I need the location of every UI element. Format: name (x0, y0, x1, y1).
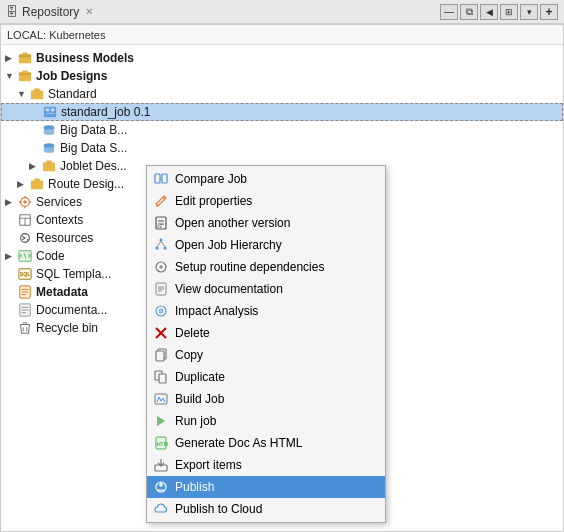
standard-icon (29, 86, 45, 102)
export-items-icon (151, 456, 171, 474)
publish-label: Publish (175, 480, 214, 494)
big-data-s-icon (41, 140, 57, 156)
job-designs-icon (17, 68, 33, 84)
build-job-icon (151, 390, 171, 408)
sql-templa-icon: SQL (17, 266, 33, 282)
open-another-version-icon: v2 (151, 214, 171, 232)
open-job-hierarchy-icon (151, 236, 171, 254)
menu-item-publish-cloud[interactable]: Publish to Cloud (147, 498, 385, 520)
compare-job-icon (151, 170, 171, 188)
setup-routine-icon (151, 258, 171, 276)
copy-label: Copy (175, 348, 203, 362)
menu-item-generate-doc[interactable]: HTML Generate Doc As HTML (147, 432, 385, 454)
impact-analysis-icon (151, 302, 171, 320)
tree-item-big-data-b[interactable]: Big Data B... (1, 121, 563, 139)
menu-item-open-another-version[interactable]: v2 Open another version (147, 212, 385, 234)
svg-rect-6 (31, 91, 43, 100)
menu-item-setup-routine[interactable]: Setup routine dependencies (147, 256, 385, 278)
svg-marker-72 (157, 416, 165, 426)
svg-rect-70 (159, 374, 166, 383)
arrow-job-designs (5, 71, 17, 81)
edit-properties-icon (151, 192, 171, 210)
big-data-b-icon (41, 122, 57, 138)
tree-item-big-data-s[interactable]: Big Data S... (1, 139, 563, 157)
services-icon (17, 194, 33, 210)
arrow-code (5, 251, 17, 261)
svg-rect-71 (155, 394, 167, 404)
big-data-b-label: Big Data B... (60, 123, 127, 137)
delete-icon (151, 324, 171, 342)
open-job-hierarchy-label: Open Job Hierarchy (175, 238, 282, 252)
menu-item-edit-properties[interactable]: Edit properties (147, 190, 385, 212)
copy-icon (151, 346, 171, 364)
svg-point-54 (164, 247, 167, 250)
svg-rect-45 (162, 174, 167, 183)
restore-button[interactable]: ⧉ (460, 4, 478, 20)
view-documentation-label: View documentation (175, 282, 283, 296)
menu-item-duplicate[interactable]: Duplicate (147, 366, 385, 388)
svg-rect-9 (46, 109, 50, 112)
svg-rect-68 (156, 351, 164, 361)
menu-item-compare-job[interactable]: Compare Job (147, 168, 385, 190)
standard-job-icon (42, 104, 58, 120)
resources-label: Resources (36, 231, 93, 245)
delete-label: Delete (175, 326, 210, 340)
publish-cloud-icon (151, 500, 171, 518)
recycle-bin-label: Recycle bin (36, 321, 98, 335)
svg-line-55 (157, 242, 161, 247)
code-icon (17, 248, 33, 264)
grid-button[interactable]: ⊞ (500, 4, 518, 20)
big-data-s-label: Big Data S... (60, 141, 127, 155)
repository-panel: LOCAL: Kubernetes Business Models Job De… (0, 24, 564, 532)
svg-text:HTML: HTML (157, 441, 168, 447)
compare-job-label: Compare Job (175, 172, 247, 186)
menu-item-view-documentation[interactable]: View documentation (147, 278, 385, 300)
tree-item-job-designs[interactable]: Job Designs (1, 67, 563, 85)
sql-templa-label: SQL Templa... (36, 267, 111, 281)
svg-rect-16 (31, 181, 43, 190)
tree-item-standard[interactable]: Standard (1, 85, 563, 103)
menu-item-impact-analysis[interactable]: Impact Analysis (147, 300, 385, 322)
arrow-joblet-des (29, 161, 41, 171)
svg-point-52 (160, 239, 163, 242)
menu-item-open-job-hierarchy[interactable]: Open Job Hierarchy (147, 234, 385, 256)
publish-cloud-label: Publish to Cloud (175, 502, 262, 516)
build-job-label: Build Job (175, 392, 224, 406)
edit-properties-label: Edit properties (175, 194, 252, 208)
generate-doc-label: Generate Doc As HTML (175, 436, 302, 450)
nav-back-button[interactable]: ◀ (480, 4, 498, 20)
arrow-services (5, 197, 17, 207)
view-documentation-icon (151, 280, 171, 298)
minimize-button[interactable]: — (440, 4, 458, 20)
location-bar: LOCAL: Kubernetes (1, 25, 563, 45)
svg-text:SQL: SQL (20, 271, 32, 277)
job-designs-label: Job Designs (36, 69, 107, 83)
svg-line-56 (161, 242, 165, 247)
business-models-icon (17, 50, 33, 66)
documenta-icon (17, 302, 33, 318)
tree-item-standard-job[interactable]: standard_job 0.1 (1, 103, 563, 121)
route-desi-icon (29, 176, 45, 192)
arrow-route-desi (17, 179, 29, 189)
svg-rect-15 (46, 161, 51, 164)
generate-doc-icon: HTML (151, 434, 171, 452)
svg-point-19 (23, 200, 27, 204)
standard-label: Standard (48, 87, 97, 101)
menu-item-build-job[interactable]: Build Job (147, 388, 385, 410)
svg-rect-14 (43, 163, 55, 172)
contexts-label: Contexts (36, 213, 83, 227)
plus-button[interactable]: + (540, 4, 558, 20)
dropdown-button[interactable]: ▾ (520, 4, 538, 20)
context-menu: Compare Job Edit properties v2 Open anot… (146, 165, 386, 523)
tree-item-business-models[interactable]: Business Models (1, 49, 563, 67)
joblet-des-label: Joblet Des... (60, 159, 127, 173)
title-close-icon[interactable]: ✕ (85, 6, 93, 17)
menu-item-publish[interactable]: Publish (147, 476, 385, 498)
menu-item-run-job[interactable]: Run job (147, 410, 385, 432)
menu-item-delete[interactable]: Delete (147, 322, 385, 344)
svg-rect-5 (22, 71, 27, 74)
menu-item-export-items[interactable]: Export items (147, 454, 385, 476)
location-label: LOCAL: Kubernetes (7, 29, 105, 41)
menu-item-copy[interactable]: Copy (147, 344, 385, 366)
svg-point-53 (156, 247, 159, 250)
